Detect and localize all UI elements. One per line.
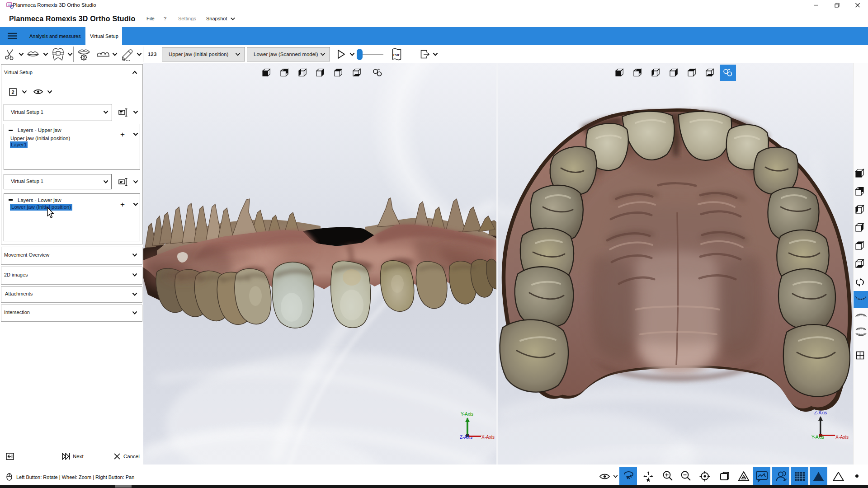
- svg-text:PDF: PDF: [393, 53, 400, 57]
- svg-text:2: 2: [11, 89, 14, 95]
- svg-text:X-Axis: X-Axis: [481, 435, 495, 440]
- svg-text:Y-Axis: Y-Axis: [811, 435, 824, 440]
- svg-text:X-Axis: X-Axis: [835, 435, 849, 440]
- svg-text:Z-Axis: Z-Axis: [814, 410, 827, 415]
- svg-text:Y-Axis: Y-Axis: [461, 412, 473, 417]
- svg-text:Z-Axis: Z-Axis: [460, 435, 472, 440]
